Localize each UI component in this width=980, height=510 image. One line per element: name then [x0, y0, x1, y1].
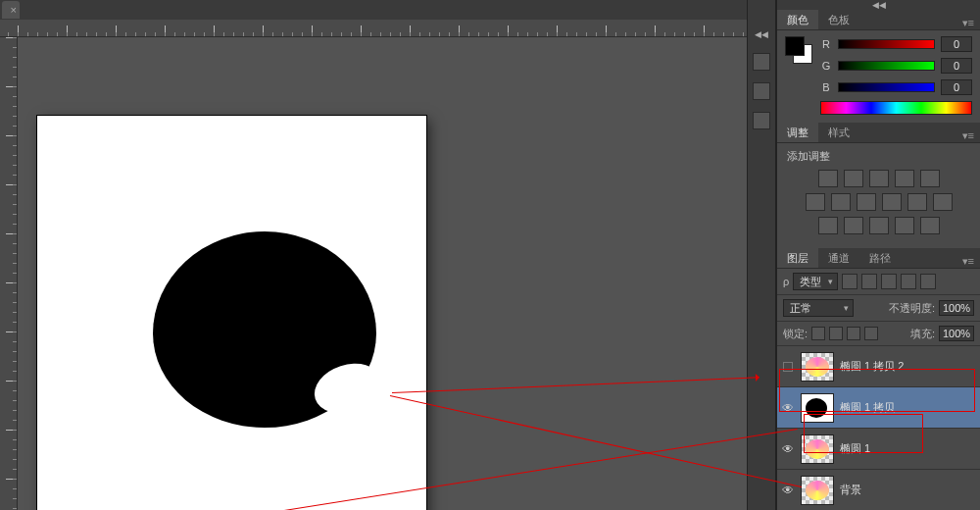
color-panel: R 0 G 0 B 0	[777, 30, 980, 123]
layer-name[interactable]: 椭圆 1	[840, 441, 976, 456]
adjustments-panel: 添加调整	[777, 143, 980, 248]
filter-smart-icon[interactable]	[920, 274, 936, 289]
lock-transparency-icon[interactable]	[811, 327, 825, 340]
red-slider[interactable]	[838, 39, 935, 49]
tab-styles[interactable]: 样式	[818, 123, 859, 142]
tab-paths[interactable]: 路径	[859, 248, 901, 268]
filter-label: ρ	[783, 276, 789, 287]
filter-type-select[interactable]: 类型	[793, 273, 838, 290]
tab-adjustments[interactable]: 调整	[777, 123, 818, 142]
panel-menu-icon[interactable]: ▾≡	[956, 129, 980, 142]
ruler-vertical[interactable]	[0, 37, 18, 510]
annotation-arrow-icon	[756, 374, 763, 382]
adjustments-title: 添加调整	[787, 149, 972, 164]
lock-label: 锁定:	[783, 327, 808, 341]
tab-color[interactable]: 颜色	[777, 10, 818, 29]
lock-all-icon[interactable]	[864, 327, 878, 340]
lock-position-icon[interactable]	[847, 327, 860, 340]
collapse-icon[interactable]: ◀◀	[777, 0, 980, 10]
lock-row: 锁定: 填充: 100%	[777, 322, 980, 346]
exposure-icon[interactable]	[895, 170, 914, 187]
vibrance-icon[interactable]	[920, 170, 940, 187]
filter-pixel-icon[interactable]	[842, 274, 858, 289]
invert-icon[interactable]	[818, 217, 838, 234]
fill-input[interactable]: 100%	[939, 326, 974, 341]
collapsed-panel-strip: ◀◀	[747, 0, 776, 510]
gradient-map-icon[interactable]	[895, 217, 914, 234]
layers-panel: ρ 类型 正常 不透明度: 100% 锁定: 填充: 100% 椭圆 1 拷贝 …	[777, 269, 980, 510]
foreground-background-swatch[interactable]	[785, 36, 812, 64]
filter-shape-icon[interactable]	[901, 274, 916, 289]
ellipse-shape[interactable]	[153, 231, 376, 428]
layer-row[interactable]: 👁背景	[777, 470, 980, 510]
visibility-toggle-icon[interactable]: 👁	[779, 484, 797, 497]
green-slider[interactable]	[838, 61, 935, 71]
green-label: G	[820, 60, 832, 72]
filter-type-icon[interactable]	[881, 274, 897, 289]
tab-swatches[interactable]: 色板	[818, 10, 859, 29]
blend-mode-select[interactable]: 正常	[783, 299, 854, 317]
posterize-icon[interactable]	[844, 217, 863, 234]
lock-pixels-icon[interactable]	[829, 327, 843, 340]
layer-name[interactable]: 背景	[840, 483, 976, 497]
panel-stack: ◀◀ 颜色 色板 ▾≡ R 0 G 0 B 0	[776, 0, 980, 510]
blend-row: 正常 不透明度: 100%	[777, 295, 980, 322]
layer-name[interactable]: 椭圆 1 拷贝 2	[840, 359, 976, 374]
channel-mixer-icon[interactable]	[907, 193, 927, 211]
green-value-input[interactable]: 0	[941, 58, 972, 74]
history-icon[interactable]	[753, 53, 770, 71]
blue-label: B	[820, 81, 832, 93]
color-lookup-icon[interactable]	[933, 193, 953, 211]
hue-sat-icon[interactable]	[806, 193, 825, 211]
tab-channels[interactable]: 通道	[818, 248, 859, 268]
tab-layers[interactable]: 图层	[777, 248, 818, 268]
blue-slider[interactable]	[838, 82, 935, 92]
foreground-color-swatch[interactable]	[785, 36, 805, 56]
workspace	[0, 37, 747, 510]
canvas[interactable]	[37, 116, 426, 510]
color-panel-tabs: 颜色 色板 ▾≡	[777, 10, 980, 30]
color-balance-icon[interactable]	[831, 193, 851, 211]
blue-value-input[interactable]: 0	[941, 79, 972, 95]
layer-row[interactable]: 椭圆 1 拷贝 2	[777, 346, 980, 387]
threshold-icon[interactable]	[869, 217, 889, 234]
visibility-toggle-icon[interactable]: 👁	[779, 442, 797, 456]
spectrum-picker[interactable]	[820, 101, 972, 115]
adjustments-panel-tabs: 调整 样式 ▾≡	[777, 123, 980, 143]
layer-row[interactable]: 👁椭圆 1 拷贝	[777, 387, 980, 429]
expand-icon[interactable]: ◀◀	[748, 27, 775, 41]
red-value-input[interactable]: 0	[941, 36, 972, 52]
levels-icon[interactable]	[844, 170, 863, 187]
layer-name[interactable]: 椭圆 1 拷贝	[840, 400, 976, 415]
visibility-toggle-icon[interactable]: 👁	[779, 401, 797, 415]
character-icon[interactable]	[753, 112, 770, 129]
opacity-input[interactable]: 100%	[939, 300, 974, 316]
layer-row[interactable]: 👁椭圆 1	[777, 429, 980, 470]
document-tab[interactable]: ×	[2, 1, 20, 19]
photo-filter-icon[interactable]	[882, 193, 902, 211]
opacity-label: 不透明度:	[889, 301, 935, 316]
red-label: R	[820, 38, 832, 50]
brightness-contrast-icon[interactable]	[818, 170, 838, 187]
layer-list: 椭圆 1 拷贝 2👁椭圆 1 拷贝👁椭圆 1👁背景	[777, 346, 980, 510]
layer-thumbnail[interactable]	[801, 434, 834, 464]
visibility-toggle-icon[interactable]	[779, 362, 797, 372]
layer-filter-row: ρ 类型	[777, 269, 980, 295]
layers-panel-tabs: 图层 通道 路径 ▾≡	[777, 248, 980, 269]
fill-label: 填充:	[910, 327, 935, 341]
curves-icon[interactable]	[869, 170, 889, 187]
layer-thumbnail[interactable]	[801, 393, 834, 423]
properties-icon[interactable]	[753, 82, 770, 100]
filter-adjust-icon[interactable]	[861, 274, 877, 289]
layer-thumbnail[interactable]	[801, 476, 834, 505]
panel-menu-icon[interactable]: ▾≡	[956, 17, 980, 29]
selective-color-icon[interactable]	[920, 217, 940, 234]
layer-thumbnail[interactable]	[801, 352, 834, 382]
close-icon[interactable]: ×	[11, 4, 17, 16]
panel-menu-icon[interactable]: ▾≡	[956, 255, 980, 268]
bw-icon[interactable]	[857, 193, 876, 211]
